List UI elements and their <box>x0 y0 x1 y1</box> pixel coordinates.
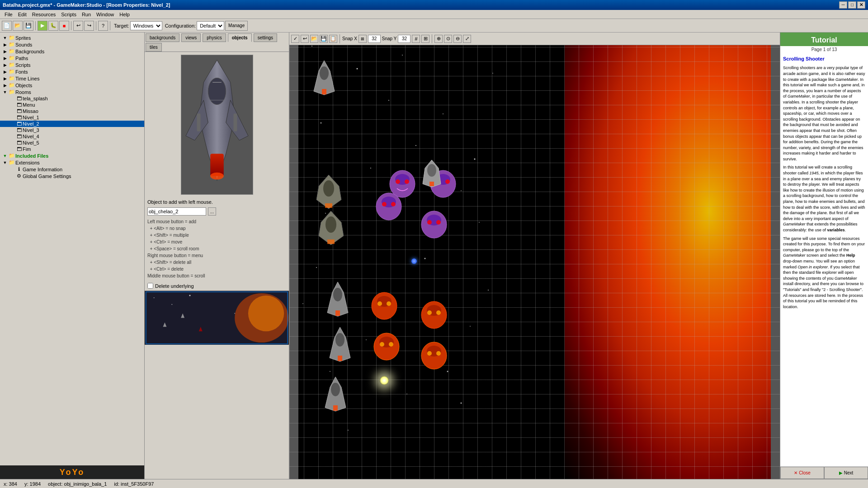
tree-item-missao[interactable]: 🗔 Missao <box>0 108 144 114</box>
tree-item-nivel4[interactable]: 🗔 Nivel_4 <box>0 133 144 140</box>
expand-fonts: ▶ <box>2 70 8 74</box>
mini-map[interactable] <box>145 291 289 345</box>
expand-extensions: ▼ <box>2 160 8 165</box>
svg-point-94 <box>380 342 384 347</box>
tab-tiles[interactable]: tiles <box>146 43 162 52</box>
menu-scripts[interactable]: Scripts <box>58 11 79 18</box>
zoom-out-button[interactable]: ⊖ <box>453 35 462 43</box>
bullet-sprite <box>411 258 417 264</box>
save-button[interactable]: 💾 <box>24 21 33 31</box>
tree-item-nivel1[interactable]: 🗔 Nivel_1 <box>0 114 144 121</box>
run-button[interactable]: ▶ <box>38 21 47 31</box>
tree-item-paths[interactable]: ▶ 📁 Paths <box>0 55 144 61</box>
tree-item-timelines[interactable]: ▶ 📁 Time Lines <box>0 75 144 82</box>
new-button[interactable]: 📄 <box>2 21 12 31</box>
tutorial-close-button[interactable]: ✕ Close <box>780 467 824 479</box>
grid-toggle-button[interactable]: # <box>412 35 420 43</box>
tree-item-backgrounds[interactable]: ▶ 📁 Backgrounds <box>0 48 144 55</box>
stop-button[interactable]: ■ <box>59 21 69 31</box>
manage-button[interactable]: Manage <box>225 21 248 31</box>
snap-toggle-button[interactable]: ⊠ <box>359 35 367 43</box>
svg-point-99 <box>436 351 441 356</box>
snap-save-button[interactable]: 💾 <box>320 35 328 43</box>
app-minimize-button[interactable]: ─ <box>839 1 847 9</box>
room-nivel4-icon: 🗔 <box>15 134 23 139</box>
tree-item-sounds[interactable]: ▶ 📁 Sounds <box>0 41 144 48</box>
tab-objects[interactable]: objects <box>228 33 252 42</box>
svg-point-11 <box>154 297 155 298</box>
menu-window[interactable]: Window <box>94 11 117 18</box>
menu-help[interactable]: Help <box>117 11 132 18</box>
rooms-label: Rooms <box>15 89 144 95</box>
tree-item-menu[interactable]: 🗔 Menu <box>0 102 144 108</box>
open-button[interactable]: 📂 <box>13 21 23 31</box>
menu-edit[interactable]: Edit <box>15 11 29 18</box>
zoom-reset-button[interactable]: ⊙ <box>444 35 452 43</box>
target-select[interactable]: Windows Android iOS <box>130 21 162 30</box>
snap-save2-button[interactable]: 📋 <box>329 35 337 43</box>
app-maximize-button[interactable]: □ <box>848 1 856 9</box>
tree-item-fim[interactable]: 🗔 Fim <box>0 146 144 152</box>
tree-item-sprites[interactable]: ▼ 📁 Sprites <box>0 34 144 41</box>
svg-rect-6 <box>197 113 200 131</box>
global-settings-label: Global Game Settings <box>23 174 144 179</box>
snap-y-input[interactable]: 32 <box>398 35 410 43</box>
tree-item-fonts[interactable]: ▶ 📁 Fonts <box>0 68 144 75</box>
debug-button[interactable]: 🐛 <box>48 21 58 31</box>
snap-open-button[interactable]: 📂 <box>310 35 318 43</box>
tree-item-game-info[interactable]: ℹ Game Information <box>0 166 144 173</box>
undo-button[interactable]: ↩ <box>73 21 83 31</box>
menu-resources[interactable]: Resources <box>29 11 59 18</box>
alien-enemy-2 <box>375 191 402 222</box>
project-tree: ▼ 📁 Sprites ▶ 📁 Sounds ▶ 📁 Backgrounds <box>0 33 144 465</box>
app-close-button[interactable]: ✕ <box>857 1 865 9</box>
tree-item-nivel3[interactable]: 🗔 Nivel_3 <box>0 127 144 133</box>
tree-item-tela-splash[interactable]: 🗔 tela_splash <box>0 95 144 102</box>
snap-x-input[interactable]: 32 <box>368 35 381 43</box>
tab-backgrounds[interactable]: backgrounds <box>146 33 179 42</box>
zoom-fit-button[interactable]: ⤢ <box>463 35 471 43</box>
menu-bar: File Edit Resources Scripts Run Window H… <box>0 10 868 19</box>
delete-underlying-checkbox[interactable] <box>147 283 153 289</box>
object-name-input[interactable]: obj_chelao_2 <box>147 207 206 216</box>
zoom-in-button[interactable]: ⊕ <box>434 35 443 43</box>
object-preview <box>181 55 253 195</box>
paths-label: Paths <box>15 56 144 61</box>
tree-item-scripts[interactable]: ▶ 📁 Scripts <box>0 61 144 68</box>
title-bar: Batalha.project.gmx* - GameMaker:Studio … <box>0 0 868 10</box>
toolbar-sep-2 <box>71 21 71 30</box>
enemy-ship-2 <box>316 209 346 247</box>
snap-check-button[interactable]: ✓ <box>291 35 299 43</box>
tree-item-extensions[interactable]: ▼ 📁 Extensions <box>0 159 144 166</box>
tree-item-rooms[interactable]: ▼ 📁 Rooms <box>0 89 144 95</box>
redo-button[interactable]: ↪ <box>84 21 94 31</box>
alien-lower-2 <box>420 299 448 331</box>
tab-views[interactable]: views <box>181 33 201 42</box>
folder-objects-icon: 📁 <box>8 82 15 88</box>
help-button[interactable]: ? <box>98 21 108 31</box>
tree-item-nivel2[interactable]: 🗔 Nivel_2 <box>0 121 144 127</box>
grid-view-button[interactable]: ⊞ <box>421 35 429 43</box>
svg-point-84 <box>387 301 391 306</box>
tela-splash-label: tela_splash <box>23 96 144 101</box>
toolbar: 📄 📂 💾 ▶ 🐛 ■ ↩ ↪ ? Target: Windows Androi… <box>0 19 868 33</box>
browse-object-button[interactable]: ... <box>208 207 216 216</box>
tree-item-objects[interactable]: ▶ 📁 Objects <box>0 82 144 89</box>
canvas-area[interactable]: ✓ ↩ 📂 💾 📋 Snap X ⊠ 32 Snap Y 32 # ⊞ ⊕ ⊙ … <box>289 33 780 479</box>
very-bottom-ship <box>323 376 348 412</box>
svg-rect-58 <box>327 239 335 244</box>
delete-underlying-label: Delete underlying <box>155 283 194 289</box>
tab-physics[interactable]: physics <box>203 33 226 42</box>
tree-item-global-settings[interactable]: ⚙ Global Game Settings <box>0 173 144 179</box>
menu-file[interactable]: File <box>2 11 15 18</box>
scripts-label: Scripts <box>15 62 144 68</box>
snap-undo-button[interactable]: ↩ <box>301 35 309 43</box>
config-select[interactable]: Default <box>197 21 224 30</box>
tutorial-next-button[interactable]: ▶ Next <box>824 467 868 479</box>
tree-item-included-files[interactable]: ▼ 📁 Included Files <box>0 152 144 159</box>
svg-point-65 <box>382 202 387 206</box>
menu-run[interactable]: Run <box>79 11 94 18</box>
tree-item-nivel5[interactable]: 🗔 Nivel_5 <box>0 140 144 146</box>
tab-settings[interactable]: settings <box>254 33 277 42</box>
room-nivel1-icon: 🗔 <box>15 115 23 120</box>
